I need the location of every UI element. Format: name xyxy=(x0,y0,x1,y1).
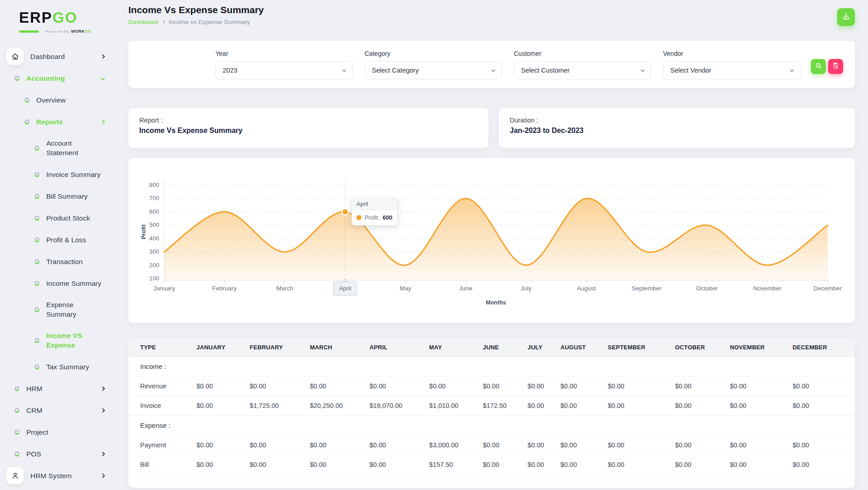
sidebar-item-label: Overview xyxy=(36,89,66,111)
table-row-payment: Payment$0.00$0.00$0.00$0.00$3,000.00$0.0… xyxy=(128,436,855,455)
sidebar-item-hrm-system[interactable]: HRM System xyxy=(0,465,118,486)
profit-area-chart[interactable]: 100200300400500600700800JanuaryFebruaryM… xyxy=(128,158,855,323)
amount-cell: $0.00 xyxy=(370,436,429,455)
donut-icon xyxy=(34,146,39,151)
amount-cell: $0.00 xyxy=(730,377,792,396)
column-header-february: FEBRUARY xyxy=(249,338,310,357)
filter-label: Year xyxy=(215,50,353,57)
search-button[interactable] xyxy=(811,59,826,74)
amount-cell: $0.00 xyxy=(608,396,675,416)
sidebar-item-profit-loss[interactable]: Profit & Loss xyxy=(0,229,118,250)
sidebar-item-hrm[interactable]: HRM xyxy=(0,377,118,399)
page-header: Income Vs Expense Summary Dashboard Inco… xyxy=(128,5,855,25)
amount-cell: $1,725.00 xyxy=(249,396,310,416)
svg-text:Months: Months xyxy=(486,299,506,306)
breadcrumb-dashboard-link[interactable]: Dashboard xyxy=(128,19,158,25)
amount-cell: $0.00 xyxy=(608,436,675,455)
row-type: Revenue xyxy=(128,377,196,396)
download-button[interactable] xyxy=(837,8,855,26)
amount-cell: $0.00 xyxy=(249,455,310,475)
table-header: TYPEJANUARYFEBRUARYMARCHAPRILMAYJUNEJULY… xyxy=(128,338,855,357)
series-marker-icon xyxy=(356,215,361,220)
column-header-december: DECEMBER xyxy=(793,338,855,357)
app-logo[interactable]: ERPGO Powered By WORKDO xyxy=(0,6,118,34)
section-label: Expense : xyxy=(128,416,855,436)
amount-cell: $0.00 xyxy=(429,377,483,396)
sidebar-item-label: Account Statement xyxy=(46,132,78,163)
donut-icon xyxy=(34,281,39,286)
sidebar-item-reports[interactable]: Reports xyxy=(0,111,118,132)
sidebar-item-income-vs-expense[interactable]: Income VS Expense xyxy=(0,325,118,356)
reset-button[interactable] xyxy=(828,59,843,74)
sidebar-item-project[interactable]: Project xyxy=(0,421,118,443)
sidebar-menu: DashboardAccountingOverviewReportsAccoun… xyxy=(0,45,118,486)
sidebar-item-accounting[interactable]: Accounting xyxy=(0,67,118,89)
sidebar-item-dashboard[interactable]: Dashboard xyxy=(0,45,118,67)
chevron-down-icon xyxy=(790,68,794,71)
chevron-right-icon xyxy=(101,119,105,124)
row-type: Invoice xyxy=(128,396,196,416)
svg-text:April: April xyxy=(339,285,351,292)
column-header-type: TYPE xyxy=(128,338,196,357)
svg-text:November: November xyxy=(753,285,782,292)
amount-cell: $0.00 xyxy=(675,436,730,455)
amount-cell: $18,070.00 xyxy=(370,396,429,416)
column-header-september: SEPTEMBER xyxy=(608,338,675,357)
sidebar-item-label: Invoice Summary xyxy=(46,164,101,185)
page-title: Income Vs Expense Summary xyxy=(128,5,855,15)
svg-text:June: June xyxy=(459,285,472,292)
sidebar-item-expense-summary[interactable]: Expense Summary xyxy=(0,294,118,325)
filter-bar: Year2023CategorySelect CategoryCustomerS… xyxy=(128,41,855,88)
sidebar-item-invoice-summary[interactable]: Invoice Summary xyxy=(0,163,118,185)
amount-cell: $0.00 xyxy=(561,377,608,396)
sidebar-item-label: Profit & Loss xyxy=(46,229,86,250)
download-icon xyxy=(842,12,850,22)
info-card-value: Income Vs Expense Summary xyxy=(139,127,478,135)
amount-cell: $0.00 xyxy=(527,377,560,396)
chevron-down-icon xyxy=(342,68,346,71)
sidebar-item-product-stock[interactable]: Product Stock xyxy=(0,207,118,229)
amount-cell: $0.00 xyxy=(196,455,249,475)
table-row-bill: Bill$0.00$0.00$0.00$0.00$157.50$0.00$0.0… xyxy=(128,455,855,475)
main-content: Income Vs Expense Summary Dashboard Inco… xyxy=(118,0,868,488)
amount-cell: $0.00 xyxy=(793,455,855,475)
sidebar-item-transaction[interactable]: Transaction xyxy=(0,250,118,272)
svg-text:July: July xyxy=(521,285,532,292)
donut-icon xyxy=(34,216,39,220)
amount-cell: $0.00 xyxy=(561,436,608,455)
sidebar-item-crm[interactable]: CRM xyxy=(0,399,118,421)
amount-cell: $0.00 xyxy=(483,455,528,475)
filter-field-customer: CustomerSelect Customer xyxy=(514,50,651,79)
sidebar-item-label: Product Stock xyxy=(46,207,90,229)
logo-text: ERPGO xyxy=(19,9,118,26)
category-select[interactable]: Select Category xyxy=(365,61,502,79)
sidebar-item-pos[interactable]: POS xyxy=(0,443,118,465)
sidebar-item-bill-summary[interactable]: Bill Summary xyxy=(0,185,118,207)
column-header-january: JANUARY xyxy=(196,338,249,357)
vendor-select[interactable]: Select Vendor xyxy=(663,61,800,79)
column-header-june: JUNE xyxy=(483,338,528,357)
sidebar-item-label: POS xyxy=(26,443,41,465)
sidebar-item-overview[interactable]: Overview xyxy=(0,89,118,111)
select-value: Select Customer xyxy=(521,67,570,74)
home-icon xyxy=(6,48,24,65)
chevron-right-icon xyxy=(162,20,165,24)
sidebar-item-income-summary[interactable]: Income Summary xyxy=(0,272,118,294)
amount-cell: $0.00 xyxy=(370,377,429,396)
svg-text:400: 400 xyxy=(149,235,159,242)
chevron-right-icon xyxy=(101,54,105,59)
filter-field-vendor: VendorSelect Vendor xyxy=(663,50,800,79)
sidebar: ERPGO Powered By WORKDO DashboardAccount… xyxy=(0,0,118,490)
amount-cell: $3,000.00 xyxy=(429,436,483,455)
amount-cell: $0.00 xyxy=(310,377,370,396)
profit-chart-card: 100200300400500600700800JanuaryFebruaryM… xyxy=(128,158,855,323)
sidebar-item-tax-summary[interactable]: Tax Summary xyxy=(0,356,118,377)
amount-cell: $157.50 xyxy=(429,455,483,475)
year-select[interactable]: 2023 xyxy=(215,61,353,79)
info-card-label: Report : xyxy=(139,117,478,124)
sidebar-item-label: Expense Summary xyxy=(46,294,76,325)
svg-text:200: 200 xyxy=(149,262,159,269)
customer-select[interactable]: Select Customer xyxy=(514,61,651,79)
sidebar-item-account-statement[interactable]: Account Statement xyxy=(0,132,118,163)
amount-cell: $0.00 xyxy=(793,396,855,416)
